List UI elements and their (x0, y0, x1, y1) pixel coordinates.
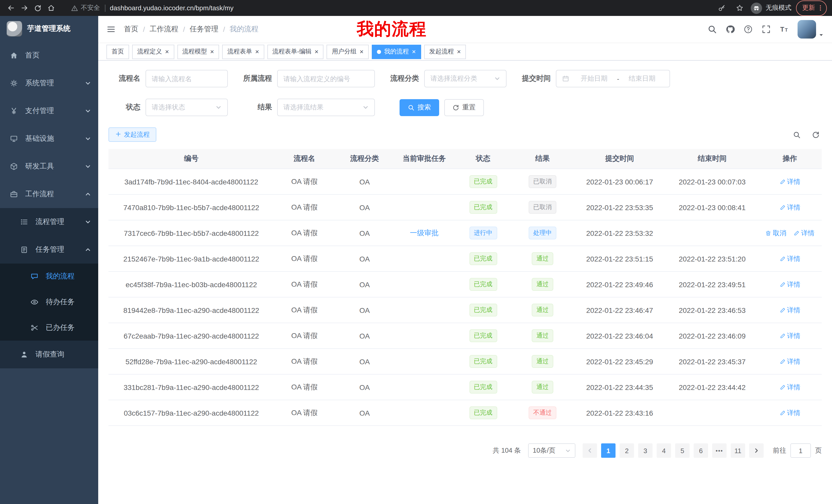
detail-link[interactable]: 详情 (779, 331, 800, 340)
sidebar-item[interactable]: 工作流程 (0, 180, 98, 208)
header-search-icon[interactable] (707, 25, 717, 34)
page-button-1[interactable]: 1 (601, 443, 616, 458)
current-task-link[interactable]: 一级审批 (410, 228, 439, 236)
logo-row[interactable]: 芋道管理系统 (0, 16, 98, 41)
cell-name: OA 请假 (274, 272, 335, 297)
avatar[interactable] (798, 20, 816, 38)
process-definition-input[interactable] (277, 70, 375, 87)
detail-link[interactable]: 详情 (779, 383, 800, 392)
font-size-icon[interactable]: TT (780, 25, 789, 34)
detail-link[interactable]: 详情 (779, 203, 800, 212)
close-icon[interactable]: × (255, 48, 259, 55)
browser-menu-icon[interactable] (815, 2, 825, 14)
sidebar-item-label: 请假查询 (35, 350, 64, 359)
page-size-select[interactable]: 10条/页 (528, 443, 575, 458)
filter-process-name: 流程名 (108, 70, 228, 87)
detail-link[interactable]: 详情 (794, 228, 814, 237)
tab[interactable]: 首页 (106, 45, 129, 59)
detail-link[interactable]: 详情 (779, 280, 800, 289)
browser-home-icon[interactable] (44, 2, 58, 14)
status-select[interactable]: 请选择状态 (146, 99, 228, 116)
sidebar-item[interactable]: 请假查询 (0, 341, 98, 368)
address-bar[interactable]: 不安全 dashboard.yudao.iocoder.cn/bpm/task/… (71, 4, 715, 12)
cell-result: 通过 (512, 272, 573, 297)
toggle-search-icon[interactable] (793, 131, 801, 138)
sidebar-item[interactable]: 系统管理 (0, 69, 98, 97)
browser-reload-icon[interactable] (31, 2, 44, 14)
sidebar-item[interactable]: 首页 (0, 41, 98, 69)
reset-button[interactable]: 重置 (444, 99, 484, 116)
chevron-down-icon (215, 104, 222, 110)
close-icon[interactable]: × (457, 48, 461, 55)
breadcrumb-item[interactable]: 任务管理 (190, 25, 218, 34)
detail-link[interactable]: 详情 (779, 305, 800, 315)
page-button-3[interactable]: 3 (638, 443, 653, 458)
github-icon[interactable] (726, 25, 735, 34)
tab[interactable]: 流程定义× (132, 45, 174, 59)
breadcrumb-separator: / (143, 25, 145, 33)
breadcrumb-item[interactable]: 工作流程 (150, 25, 178, 34)
prev-page-button[interactable] (582, 443, 597, 458)
sidebar-toggle-icon[interactable] (106, 25, 116, 34)
page-annotation-title: 我的流程 (357, 18, 427, 41)
close-icon[interactable]: × (412, 48, 416, 55)
cancel-link[interactable]: 取消 (765, 228, 786, 237)
page-button-6[interactable]: 6 (694, 443, 708, 458)
detail-link[interactable]: 详情 (779, 177, 800, 186)
detail-link[interactable]: 详情 (779, 254, 800, 263)
tab[interactable]: 流程表单× (222, 45, 264, 59)
status-badge: 已完成 (469, 304, 497, 316)
page-button-5[interactable]: 5 (675, 443, 690, 458)
cell-result: 通过 (512, 323, 573, 348)
tab[interactable]: 我的流程× (372, 45, 421, 59)
next-page-button[interactable] (749, 443, 763, 458)
breadcrumb-item[interactable]: 首页 (124, 25, 138, 34)
pagination-total: 共 104 条 (493, 446, 521, 455)
browser-forward-icon[interactable] (18, 2, 31, 14)
user-menu[interactable] (798, 20, 824, 38)
page-button-11[interactable]: 11 (731, 443, 745, 458)
help-icon[interactable] (744, 25, 753, 34)
process-table: 编号流程名流程分类当前审批任务状态结果提交时间结束时间操作 3ad174fb-7… (108, 149, 822, 426)
sidebar-item[interactable]: 我的流程 (0, 263, 98, 289)
close-icon[interactable]: × (210, 48, 214, 55)
sidebar-item[interactable]: 研发工具 (0, 152, 98, 180)
create-process-button[interactable]: 发起流程 (108, 128, 156, 142)
tab[interactable]: 流程模型× (177, 45, 219, 59)
browser-toolbar: 不安全 dashboard.yudao.iocoder.cn/bpm/task/… (0, 0, 832, 16)
tab[interactable]: 发起流程× (424, 45, 466, 59)
sidebar-item[interactable]: 支付管理 (0, 97, 98, 125)
submit-time-range-picker[interactable]: 开始日期 - 结束日期 (556, 70, 670, 87)
detail-link[interactable]: 详情 (779, 408, 800, 417)
browser-back-icon[interactable] (4, 2, 18, 14)
more-pages-button[interactable]: ••• (712, 443, 727, 458)
goto-page-input[interactable] (790, 443, 811, 458)
page-button-2[interactable]: 2 (620, 443, 634, 458)
search-button[interactable]: 搜索 (399, 99, 439, 116)
update-button[interactable]: 更新 (796, 0, 827, 16)
close-icon[interactable]: × (165, 48, 169, 55)
page-button-4[interactable]: 4 (657, 443, 671, 458)
cell-name: OA 请假 (274, 169, 335, 194)
security-warning-icon[interactable] (71, 4, 78, 11)
password-key-icon[interactable] (715, 2, 728, 14)
result-select[interactable]: 请选择流结果 (277, 99, 375, 116)
bookmark-star-icon[interactable] (733, 2, 746, 14)
close-icon[interactable]: × (315, 48, 318, 55)
refresh-table-icon[interactable] (812, 131, 820, 138)
detail-link[interactable]: 详情 (779, 357, 800, 366)
category-select[interactable]: 请选择流程分类 (424, 70, 506, 87)
close-icon[interactable]: × (360, 48, 364, 55)
status-badge: 已完成 (469, 329, 497, 342)
sidebar-item[interactable]: 已办任务 (0, 315, 98, 341)
sidebar-item[interactable]: 待办任务 (0, 289, 98, 315)
result-badge: 处理中 (529, 227, 556, 240)
fullscreen-icon[interactable] (761, 25, 771, 34)
tab[interactable]: 用户分组× (327, 45, 369, 59)
sidebar-item-label: 系统管理 (25, 79, 54, 88)
sidebar-item[interactable]: 任务管理 (0, 236, 98, 263)
tab[interactable]: 流程表单-编辑× (267, 45, 324, 59)
process-name-input[interactable] (146, 70, 228, 87)
sidebar-item[interactable]: 流程管理 (0, 208, 98, 236)
sidebar-item[interactable]: 基础设施 (0, 125, 98, 152)
